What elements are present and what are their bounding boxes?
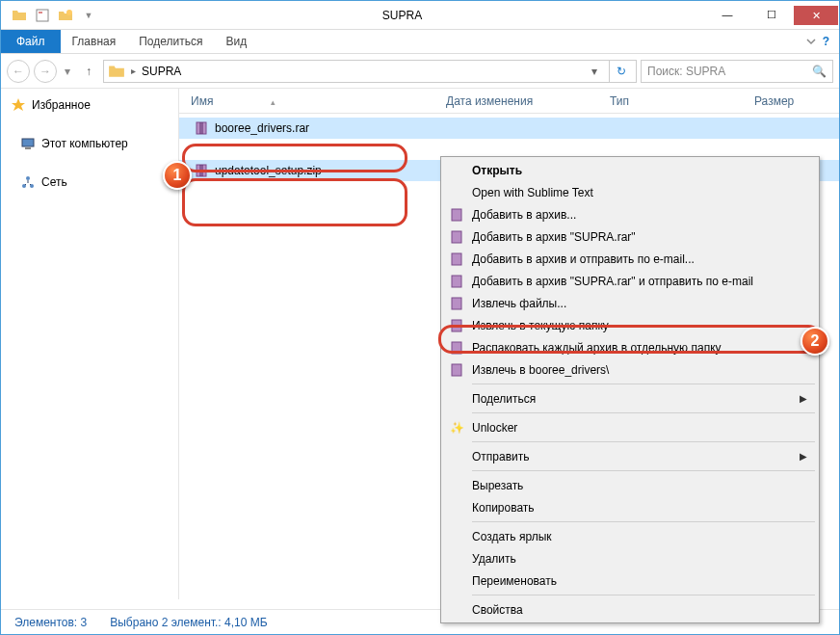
svg-rect-13: [452, 276, 461, 287]
ctx-sublime[interactable]: Open with Sublime Text: [443, 181, 817, 203]
winrar-icon: [447, 294, 466, 313]
ctx-extract-each[interactable]: Распаковать каждый архив в отдельную пап…: [443, 336, 817, 358]
star-icon: [11, 97, 26, 113]
svg-rect-14: [452, 298, 461, 309]
svg-point-2: [66, 10, 72, 15]
separator: [472, 595, 815, 595]
close-button[interactable]: ✕: [794, 6, 838, 25]
sidebar-item-label: Сеть: [41, 175, 67, 189]
svg-rect-16: [452, 342, 461, 354]
ctx-extract-booree[interactable]: Извлечь в booree_drivers\: [443, 358, 817, 381]
ctx-open[interactable]: Открыть: [443, 159, 817, 181]
winrar-icon: [447, 227, 466, 247]
ctx-share[interactable]: Поделиться▶: [443, 387, 817, 410]
tab-view[interactable]: Вид: [214, 30, 258, 53]
folder-icon: [9, 5, 30, 26]
svg-point-7: [26, 176, 30, 180]
step-marker-1: 1: [163, 161, 192, 190]
separator: [472, 470, 815, 471]
ctx-shortcut[interactable]: Создать ярлык: [443, 525, 817, 547]
ctx-properties[interactable]: Свойства: [443, 598, 817, 621]
column-type[interactable]: Тип: [610, 94, 754, 108]
sidebar: Избранное Этот компьютер Сеть: [1, 89, 179, 599]
separator: [472, 412, 815, 413]
submenu-arrow-icon: ▶: [800, 451, 807, 462]
ctx-extract-here[interactable]: Извлечь в текущую папку: [443, 314, 817, 336]
column-size[interactable]: Размер: [754, 94, 823, 108]
ctx-add-supra[interactable]: Добавить в архив "SUPRA.rar": [443, 225, 817, 248]
ctx-delete[interactable]: Удалить: [443, 547, 817, 569]
file-name: updatetool_setup.zip: [215, 164, 322, 177]
address-bar: ← → ▾ ↑ ▸ SUPRA ▾ ↻ Поиск: SUPRA 🔍: [1, 54, 839, 89]
sidebar-favorites[interactable]: Избранное: [1, 94, 178, 116]
tab-share[interactable]: Поделиться: [127, 30, 214, 53]
qat-dropdown-icon[interactable]: ▼: [78, 5, 99, 26]
ctx-send[interactable]: Отправить▶: [443, 445, 817, 467]
search-icon[interactable]: 🔍: [812, 65, 827, 78]
folder-icon: [108, 63, 125, 80]
archive-icon: [194, 120, 209, 136]
back-button[interactable]: ←: [7, 60, 30, 83]
ribbon-tabs: Файл Главная Поделиться Вид ?: [1, 30, 839, 54]
maximize-button[interactable]: ☐: [749, 5, 794, 24]
path-dropdown-icon[interactable]: ▾: [586, 65, 603, 78]
sidebar-item-label: Избранное: [32, 98, 91, 112]
sidebar-computer[interactable]: Этот компьютер: [1, 133, 178, 154]
status-count: Элементов: 3: [14, 616, 87, 629]
winrar-icon: [447, 272, 466, 291]
svg-rect-17: [452, 364, 461, 376]
winrar-icon: [447, 316, 466, 335]
sort-indicator-icon: ▴: [271, 97, 276, 107]
tab-home[interactable]: Главная: [61, 30, 128, 53]
svg-rect-1: [39, 12, 42, 13]
explorer-window: ▼ SUPRA — ☐ ✕ Файл Главная Поделиться Ви…: [0, 0, 840, 635]
ctx-copy[interactable]: Копировать: [443, 496, 817, 518]
wand-icon: ✨: [447, 418, 466, 437]
context-menu: Открыть Open with Sublime Text Добавить …: [440, 156, 820, 623]
separator: [472, 441, 815, 442]
computer-icon: [20, 136, 36, 151]
minimize-button[interactable]: —: [705, 5, 749, 24]
tab-file[interactable]: Файл: [1, 30, 61, 53]
column-name[interactable]: Имя▴: [191, 94, 446, 108]
file-name: booree_drivers.rar: [215, 121, 309, 135]
ribbon-expand-icon[interactable]: ?: [796, 30, 839, 53]
search-input[interactable]: Поиск: SUPRA 🔍: [641, 60, 833, 83]
ctx-add-archive[interactable]: Добавить в архив...: [443, 203, 817, 225]
up-button[interactable]: ↑: [78, 61, 99, 82]
window-title: SUPRA: [99, 9, 705, 22]
search-placeholder: Поиск: SUPRA: [647, 65, 725, 78]
svg-rect-4: [25, 147, 31, 149]
path-box[interactable]: ▸ SUPRA ▾ ↻: [103, 60, 637, 83]
sidebar-network[interactable]: Сеть: [1, 172, 178, 193]
ctx-cut[interactable]: Вырезать: [443, 474, 817, 496]
ctx-unlocker[interactable]: ✨Unlocker: [443, 416, 817, 438]
newfolder-icon[interactable]: [55, 5, 76, 26]
svg-rect-8: [197, 122, 206, 134]
column-headers: Имя▴ Дата изменения Тип Размер: [179, 89, 839, 114]
properties-icon[interactable]: [32, 5, 53, 26]
separator: [472, 384, 815, 384]
ctx-add-supra-email[interactable]: Добавить в архив "SUPRA.rar" и отправить…: [443, 270, 817, 292]
archive-icon: [194, 163, 209, 178]
svg-rect-0: [37, 10, 48, 21]
svg-rect-9: [197, 165, 206, 176]
refresh-button[interactable]: ↻: [609, 61, 632, 82]
separator: [472, 521, 815, 522]
winrar-icon: [447, 250, 466, 269]
ctx-rename[interactable]: Переименовать: [443, 569, 817, 592]
path-segment[interactable]: SUPRA: [142, 65, 181, 78]
history-dropdown-icon[interactable]: ▾: [61, 65, 74, 78]
ctx-add-email[interactable]: Добавить в архив и отправить по e-mail..…: [443, 248, 817, 270]
ctx-extract-files[interactable]: Извлечь файлы...: [443, 292, 817, 314]
titlebar: ▼ SUPRA — ☐ ✕: [1, 1, 839, 30]
step-marker-2: 2: [801, 327, 829, 356]
svg-rect-3: [22, 139, 34, 146]
file-row[interactable]: booree_drivers.rar: [179, 118, 839, 139]
forward-button[interactable]: →: [34, 60, 57, 83]
chevron-right-icon[interactable]: ▸: [131, 66, 136, 76]
status-selected: Выбрано 2 элемент.: 4,10 МБ: [110, 616, 267, 629]
svg-rect-12: [452, 253, 461, 265]
svg-rect-10: [452, 209, 461, 221]
column-date[interactable]: Дата изменения: [446, 94, 610, 108]
